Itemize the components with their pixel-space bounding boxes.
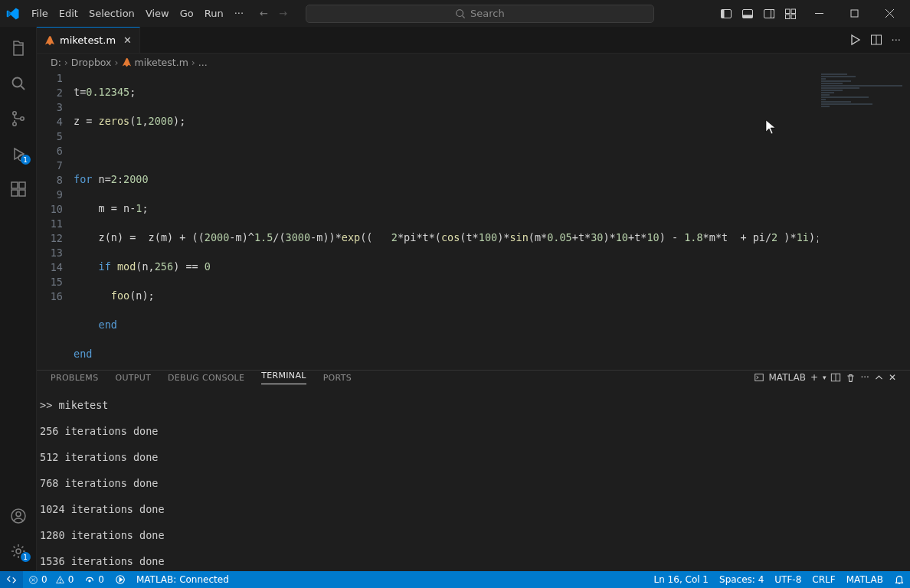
split-editor-icon[interactable] (870, 34, 882, 46)
svg-rect-10 (786, 15, 791, 19)
activity-explorer-icon[interactable] (0, 33, 37, 64)
status-eol[interactable]: CRLF (807, 571, 840, 588)
code-content[interactable]: t=0.12345; z = zeros(1,2000); for n=2:20… (74, 70, 818, 370)
activity-scm-icon[interactable] (0, 103, 37, 134)
menu-edit[interactable]: Edit (54, 0, 83, 27)
panel-tab-ports[interactable]: PORTS (323, 373, 352, 383)
window-close-button[interactable] (872, 0, 907, 27)
svg-point-28 (16, 512, 21, 517)
status-indent[interactable]: Spaces: 4 (714, 571, 769, 588)
svg-line-17 (21, 86, 25, 90)
status-language[interactable]: MATLAB (841, 571, 889, 588)
status-ports[interactable]: 0 (79, 571, 110, 588)
tab-close-icon[interactable]: ✕ (123, 34, 132, 46)
panel-tab-debugconsole[interactable]: DEBUG CONSOLE (168, 373, 244, 383)
line-number-gutter: 12345678910111213141516 (37, 70, 74, 370)
svg-rect-11 (791, 15, 796, 19)
svg-line-1 (463, 15, 465, 18)
breadcrumb[interactable]: D:› Dropbox› miketest.m› ... (37, 54, 910, 70)
activity-search-icon[interactable] (0, 68, 37, 99)
panel-tab-problems[interactable]: PROBLEMS (51, 373, 98, 383)
editor-tab-miketest[interactable]: miketest.m ✕ (37, 27, 140, 53)
matlab-file-icon (44, 35, 55, 46)
svg-rect-9 (791, 9, 796, 14)
activity-run-debug-icon[interactable]: 1 (0, 139, 37, 169)
status-matlab[interactable]: MATLAB: Connected (131, 571, 234, 588)
customize-layout-icon[interactable] (780, 8, 801, 20)
status-encoding[interactable]: UTF-8 (769, 571, 807, 588)
svg-rect-23 (11, 182, 18, 188)
status-errors[interactable]: 0 0 (23, 571, 79, 588)
svg-rect-7 (771, 9, 774, 18)
svg-point-16 (12, 78, 21, 87)
run-file-icon[interactable] (849, 34, 861, 46)
svg-point-41 (89, 580, 90, 582)
toggle-primary-sidebar-icon[interactable] (715, 8, 737, 20)
activity-bar: 1 1 (0, 27, 37, 571)
status-line-col[interactable]: Ln 16, Col 1 (649, 571, 715, 588)
minimap[interactable] (818, 70, 910, 370)
svg-rect-26 (19, 182, 25, 188)
search-icon (455, 8, 466, 19)
terminal-picker-label[interactable]: MATLAB (769, 372, 806, 383)
terminal-output[interactable]: >> miketest 256 iterations done 512 iter… (37, 384, 910, 588)
menu-more[interactable]: ··· (229, 8, 249, 19)
menu-file[interactable]: File (26, 0, 54, 27)
editor-area: miketest.m ✕ ··· D:› Dropbox› miketest.m… (37, 27, 910, 571)
breadcrumb-more[interactable]: ... (198, 57, 208, 68)
menu-go[interactable]: Go (175, 0, 199, 27)
svg-point-40 (60, 581, 61, 582)
terminal-dropdown-icon[interactable]: ▾ (823, 374, 827, 381)
title-bar: File Edit Selection View Go Run ··· ← → … (0, 0, 910, 27)
nav-back-icon[interactable]: ← (260, 8, 268, 19)
status-notifications-icon[interactable] (889, 571, 910, 588)
matlab-file-icon (122, 57, 132, 67)
breadcrumb-file[interactable]: miketest.m (135, 57, 188, 68)
terminal-new-icon[interactable]: + (810, 372, 818, 383)
panel-close-icon[interactable]: ✕ (889, 372, 896, 383)
status-remote-icon[interactable] (0, 571, 23, 588)
panel-maximize-icon[interactable] (874, 373, 884, 383)
command-center-search[interactable]: Search (306, 5, 654, 23)
panel-tab-terminal[interactable]: TERMINAL (261, 371, 306, 384)
terminal-kill-icon[interactable] (846, 373, 856, 383)
editor-body[interactable]: 12345678910111213141516 t=0.12345; z = z… (37, 70, 910, 370)
svg-marker-43 (119, 577, 123, 581)
svg-point-19 (12, 122, 15, 126)
toggle-panel-icon[interactable] (737, 8, 758, 20)
svg-marker-30 (852, 35, 859, 44)
window-maximize-button[interactable] (836, 0, 872, 27)
window-minimize-button[interactable] (801, 0, 836, 27)
menu-view[interactable]: View (140, 0, 175, 27)
status-bar: 0 0 0 MATLAB: Connected Ln 16, Col 1 Spa… (0, 571, 910, 588)
debug-badge: 1 (21, 155, 31, 165)
breadcrumb-drive[interactable]: D: (51, 57, 61, 68)
svg-point-20 (20, 117, 23, 120)
terminal-split-icon[interactable] (830, 372, 841, 383)
tab-label: miketest.m (60, 34, 116, 46)
svg-rect-24 (11, 190, 18, 196)
terminal-target-icon[interactable] (754, 372, 764, 383)
menu-run[interactable]: Run (199, 0, 229, 27)
vscode-logo-icon (6, 7, 20, 21)
nav-forward-icon[interactable]: → (279, 8, 287, 19)
svg-point-29 (16, 549, 21, 554)
toggle-secondary-sidebar-icon[interactable] (758, 8, 780, 20)
svg-rect-3 (722, 9, 725, 18)
activity-manage-icon[interactable]: 1 (0, 536, 37, 567)
breadcrumb-folder[interactable]: Dropbox (71, 57, 112, 68)
panel-tabs: PROBLEMS OUTPUT DEBUG CONSOLE TERMINAL P… (37, 371, 910, 384)
panel-tab-output[interactable]: OUTPUT (115, 373, 151, 383)
activity-extensions-icon[interactable] (0, 174, 37, 204)
menu-selection[interactable]: Selection (83, 0, 140, 27)
manage-badge: 1 (21, 552, 31, 562)
svg-rect-8 (786, 9, 791, 14)
panel-more-icon[interactable]: ··· (860, 372, 869, 383)
search-placeholder: Search (470, 8, 505, 19)
activity-accounts-icon[interactable] (0, 501, 37, 531)
svg-rect-5 (743, 15, 753, 18)
editor-tabbar: miketest.m ✕ ··· (37, 27, 910, 54)
svg-point-0 (457, 9, 463, 16)
status-live-share-icon[interactable] (110, 571, 131, 588)
more-actions-icon[interactable]: ··· (892, 34, 901, 46)
